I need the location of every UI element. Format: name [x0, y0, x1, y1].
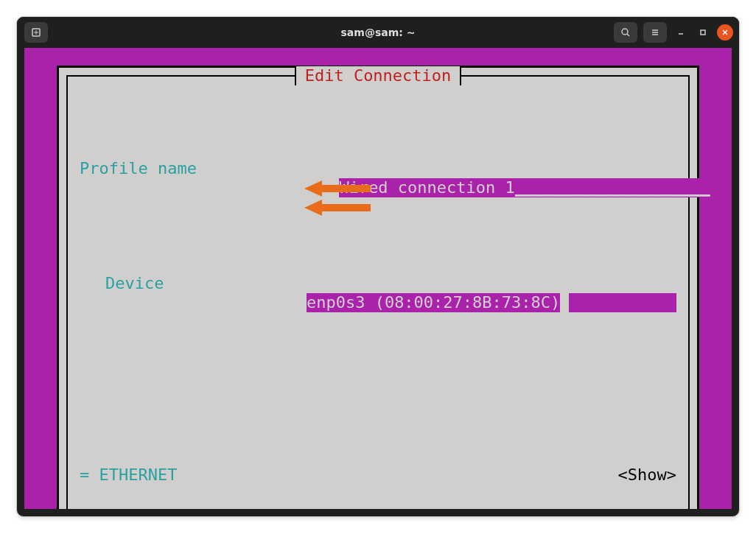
ethernet-show-button[interactable]: <Show>	[618, 466, 676, 485]
close-button[interactable]	[717, 24, 733, 41]
svg-point-1	[622, 29, 628, 35]
titlebar: sam@sam: ~	[17, 17, 739, 48]
minimize-button[interactable]	[673, 24, 689, 41]
text-cursor	[560, 295, 569, 312]
profile-name-input[interactable]: Wired connection 1____________________	[339, 178, 710, 197]
new-tab-button[interactable]	[24, 22, 48, 43]
device-label: Device	[80, 274, 169, 293]
tui-panel: Edit Connection Profile name Wired conne…	[57, 66, 699, 509]
terminal-window: sam@sam: ~	[16, 16, 740, 517]
menu-button[interactable]	[643, 22, 667, 43]
svg-rect-2	[701, 30, 705, 35]
terminal-area: Edit Connection Profile name Wired conne…	[24, 48, 732, 509]
device-input[interactable]: enp0s3 (08:00:27:8B:73:8C)	[307, 293, 560, 312]
dialog-title: Edit Connection	[295, 66, 462, 85]
maximize-button[interactable]	[695, 24, 711, 41]
tui-box: Edit Connection Profile name Wired conne…	[66, 75, 690, 509]
search-button[interactable]	[614, 22, 637, 43]
ethernet-label: ETHERNET	[99, 466, 178, 485]
profile-name-label: Profile name	[80, 159, 203, 178]
device-input-pad	[569, 293, 676, 312]
ethernet-marker: =	[80, 466, 89, 485]
